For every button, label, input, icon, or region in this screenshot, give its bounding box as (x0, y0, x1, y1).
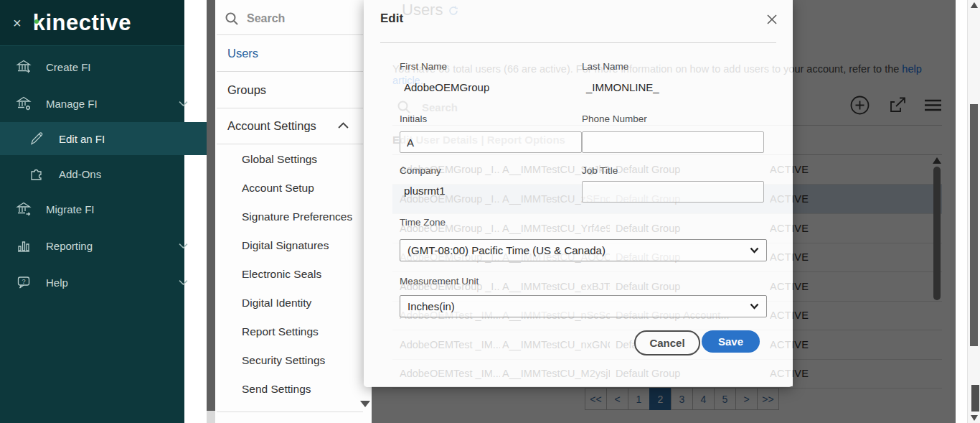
company-label: Company (400, 165, 441, 176)
search-icon (224, 11, 240, 27)
scrollbar-up-arrow-icon[interactable] (971, 2, 978, 8)
panel-item-users[interactable]: Users (227, 47, 360, 61)
puzzle-icon (29, 166, 44, 182)
bank-plus-icon (16, 59, 32, 75)
measurement-unit-label: Measurement Unit (400, 276, 479, 287)
logo-green-dot-icon (34, 19, 39, 24)
panel-search[interactable]: Search (217, 6, 360, 32)
sidebar-item-create-fi[interactable]: Create FI (0, 52, 200, 81)
sidebar-item-reporting[interactable]: Reporting (0, 231, 200, 260)
sidebar-item-add-ons[interactable]: Add-Ons (0, 159, 213, 188)
cancel-button[interactable]: Cancel (634, 330, 700, 355)
sidebar-item-help[interactable]: ? Help (0, 268, 200, 297)
scrollbar-down-arrow-icon[interactable] (971, 415, 978, 421)
close-icon[interactable] (765, 13, 778, 26)
bank-gear-icon (16, 96, 32, 111)
panel-subitem-send-settings[interactable]: Send Settings (242, 383, 364, 397)
help-bubble-icon: ? (16, 274, 32, 290)
chevron-down-icon (179, 243, 188, 249)
primary-sidebar: × kinective Create FI Manage FI Edit an … (0, 0, 184, 423)
panel-subitem-report-settings[interactable]: Report Settings (242, 325, 364, 340)
edit-user-modal: Edit First Name AdobeOEMGroup Last Name … (364, 0, 793, 387)
bank-arrow-icon (16, 201, 32, 217)
panel-subitem-digital-signatures[interactable]: Digital Signatures (242, 239, 364, 254)
divider (217, 108, 363, 108)
sidebar-collapse-icon[interactable]: × (13, 16, 22, 30)
chevron-up-icon[interactable] (338, 122, 349, 129)
sidebar-item-migrate-fi[interactable]: Migrate FI (0, 195, 200, 223)
phone-number-label: Phone Number (582, 113, 647, 124)
chevron-down-icon (179, 279, 188, 286)
divider (380, 42, 776, 43)
save-button[interactable]: Save (702, 330, 760, 353)
last-name-value: _IMMONLINE_ (586, 81, 659, 93)
modal-backdrop (793, 0, 956, 423)
bar-chart-icon (16, 238, 32, 254)
time-zone-select[interactable]: (GMT-08:00) Pacific Time (US & Canada) (400, 239, 767, 261)
sidebar-item-manage-fi[interactable]: Manage FI (0, 89, 200, 118)
time-zone-label: Time Zone (400, 217, 446, 228)
panel-subitem-account-setup[interactable]: Account Setup (242, 182, 364, 196)
chevron-down-icon (750, 247, 759, 254)
job-title-field[interactable] (582, 181, 764, 203)
chevron-down-icon (179, 101, 188, 107)
panel-scrollbar (207, 0, 215, 423)
divider (217, 71, 363, 72)
svg-text:?: ? (22, 278, 25, 285)
kinective-logo: kinective (33, 10, 131, 36)
phone-number-field[interactable] (582, 131, 764, 153)
chevron-down-icon (750, 303, 759, 310)
first-name-label: First Name (400, 61, 447, 72)
scroll-down-caret-icon[interactable] (359, 400, 371, 408)
divider (217, 34, 363, 35)
panel-subitem-electronic-seals[interactable]: Electronic Seals (242, 268, 364, 282)
panel-subitem-security-settings[interactable]: Security Settings (242, 354, 364, 368)
modal-title: Edit (380, 11, 403, 26)
panel-subitem-digital-identity[interactable]: Digital Identity (242, 297, 364, 311)
modal-backdrop (372, 386, 793, 423)
frame-scrollbar-thumb[interactable] (971, 385, 979, 412)
initials-field[interactable] (400, 131, 582, 153)
job-title-label: Job Title (582, 165, 618, 176)
panel-scrollbar-thumb[interactable] (207, 0, 215, 411)
panel-search-placeholder: Search (247, 12, 285, 25)
initials-label: Initials (400, 113, 427, 124)
last-name-label: Last Name (582, 61, 628, 72)
pencil-icon (29, 131, 44, 147)
measurement-unit-select[interactable]: Inches(in) (400, 295, 767, 317)
panel-item-groups[interactable]: Groups (227, 83, 360, 98)
sidebar-item-edit-an-fi[interactable]: Edit an FI (0, 122, 213, 155)
page-scrollbar (967, 0, 980, 423)
logo-band: × kinective (0, 0, 184, 46)
divider (217, 412, 363, 412)
panel-subitem-global-settings[interactable]: Global Settings (242, 153, 364, 167)
first-name-value: AdobeOEMGroup (404, 81, 489, 93)
page-scrollbar-thumb[interactable] (970, 104, 978, 346)
divider (217, 144, 363, 144)
panel-subitem-signature-preferences[interactable]: Signature Preferences (242, 210, 364, 225)
company-value: plusrmt1 (404, 185, 446, 197)
